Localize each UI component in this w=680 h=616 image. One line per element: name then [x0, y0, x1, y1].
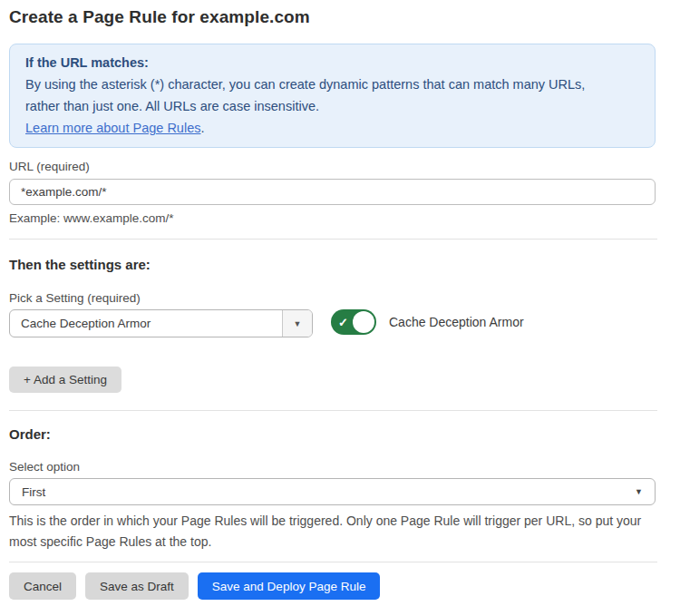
- check-icon: ✓: [338, 317, 348, 328]
- page-title: Create a Page Rule for example.com: [9, 7, 310, 27]
- save-and-deploy-button[interactable]: Save and Deploy Page Rule: [198, 572, 381, 600]
- order-help-text: This is the order in which your Page Rul…: [9, 511, 660, 552]
- settings-section-heading: Then the settings are:: [9, 257, 151, 272]
- order-help-line2: most specific Page Rules at the top.: [9, 532, 660, 552]
- chevron-down-icon: ▼: [635, 487, 643, 496]
- url-example-text: Example: www.example.com/*: [9, 211, 174, 225]
- info-box-heading: If the URL matches:: [25, 52, 639, 73]
- toggle-knob: [353, 311, 374, 333]
- setting-dropdown-value: Cache Deception Armor: [10, 310, 282, 337]
- setting-toggle-label: Cache Deception Armor: [389, 315, 524, 329]
- cancel-button[interactable]: Cancel: [9, 572, 76, 600]
- setting-dropdown-button[interactable]: ▼: [282, 310, 312, 337]
- divider: [9, 562, 657, 562]
- url-match-info-box: If the URL matches: By using the asteris…: [9, 44, 656, 148]
- learn-more-link[interactable]: Learn more about Page Rules: [25, 121, 200, 135]
- info-box-body-line1: By using the asterisk (*) character, you…: [25, 73, 639, 95]
- setting-dropdown[interactable]: Cache Deception Armor ▼: [9, 309, 313, 337]
- divider: [9, 239, 657, 240]
- setting-toggle[interactable]: ✓: [331, 309, 376, 335]
- info-box-body-line2: rather than just one. All URLs are case …: [25, 95, 639, 117]
- order-help-line1: This is the order in which your Page Rul…: [9, 511, 660, 532]
- chevron-down-icon: ▼: [294, 319, 302, 328]
- url-input[interactable]: [9, 179, 656, 205]
- order-select-value: First: [22, 485, 45, 499]
- add-setting-button[interactable]: + Add a Setting: [9, 367, 121, 393]
- link-suffix: .: [200, 121, 204, 135]
- order-select-label: Select option: [9, 460, 80, 474]
- divider: [9, 410, 657, 411]
- setting-toggle-row: ✓ Cache Deception Armor: [331, 309, 524, 335]
- order-section-heading: Order:: [9, 426, 51, 442]
- order-select[interactable]: First ▼: [9, 478, 656, 505]
- pick-setting-label: Pick a Setting (required): [9, 291, 141, 305]
- footer-actions: Cancel Save as Draft Save and Deploy Pag…: [9, 572, 380, 600]
- url-field-label: URL (required): [9, 160, 90, 173]
- save-as-draft-button[interactable]: Save as Draft: [85, 572, 189, 600]
